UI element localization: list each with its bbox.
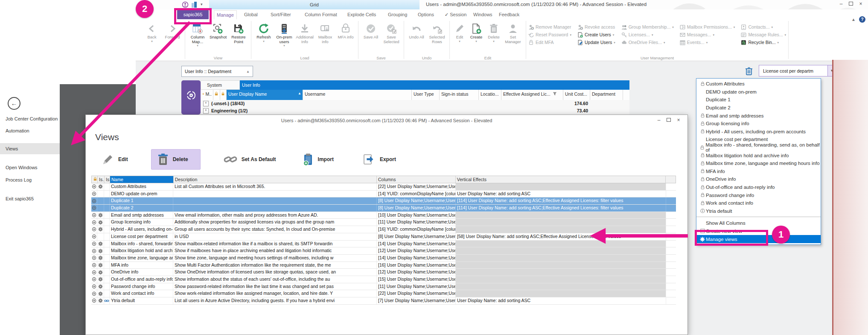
view-list-item[interactable]: Email and smtp addresses bbox=[696, 112, 821, 120]
view-row[interactable]: Email and smtp addresses View email info… bbox=[91, 212, 676, 219]
sidebar-item-job-center-configuration[interactable]: Job Center Configuration bbox=[0, 113, 60, 124]
create-users-button[interactable]: Create Users ▾ bbox=[577, 31, 615, 38]
onedrive-files-button[interactable]: OneDrive Files... ▾ bbox=[621, 38, 674, 46]
grid-menu-icon[interactable] bbox=[181, 80, 201, 115]
collapse-groups-icon[interactable]: ▲ bbox=[246, 70, 253, 73]
grid-band-user-info[interactable]: User Info bbox=[240, 80, 629, 90]
view-list-item[interactable]: MFA info bbox=[696, 168, 821, 176]
grid-column-location[interactable]: Locatio... bbox=[479, 90, 501, 100]
tab-sapio365[interactable]: sapio365 bbox=[177, 10, 209, 19]
delete-view-icon[interactable] bbox=[745, 66, 753, 76]
view-row[interactable]: Duplicate 2 [8] User Display Name;Userna… bbox=[91, 205, 676, 212]
radio-icon[interactable] bbox=[92, 277, 96, 282]
view-list-item[interactable]: Hybrid - All users, including on-prem ac… bbox=[696, 128, 821, 136]
radio-icon[interactable] bbox=[92, 284, 96, 289]
description-column-header[interactable]: Description bbox=[174, 176, 377, 183]
view-row[interactable]: Hybrid - All users, including on-prem ac… bbox=[91, 226, 676, 233]
tab-explode-cells[interactable]: Explode Cells bbox=[345, 10, 379, 19]
show-all-columns-item[interactable]: Show All Columns bbox=[696, 219, 821, 227]
recycle-bin-button[interactable]: Recycle Bin... ▾ bbox=[741, 38, 786, 46]
mailbox-permissions-button[interactable]: Mailbox Permissions... ▾ bbox=[680, 23, 735, 31]
message-rules-button[interactable]: Message Rules... ▾ bbox=[741, 31, 786, 38]
mailbox-info-button[interactable]: Mailbox info bbox=[315, 21, 335, 44]
restore-point-button[interactable]: Restore Point bbox=[228, 21, 249, 44]
messages-button[interactable]: Messages... ▾ bbox=[680, 31, 735, 38]
radio-icon[interactable] bbox=[92, 191, 96, 196]
tab-feedback[interactable]: Feedback bbox=[496, 10, 522, 19]
edit-view-button[interactable]: Edit bbox=[95, 150, 134, 169]
view-list-item[interactable]: Work and contact info bbox=[696, 199, 821, 207]
additional-info-button[interactable]: Additional Info bbox=[294, 21, 315, 44]
sidebar-item-open-windows[interactable]: Open Windows bbox=[0, 162, 60, 173]
grid-column-user-type[interactable]: User Type bbox=[412, 90, 440, 100]
refresh-button[interactable]: Refresh▾ bbox=[253, 21, 274, 43]
tab-session[interactable]: ✓ Session bbox=[442, 10, 469, 19]
close-button[interactable]: × bbox=[858, 1, 864, 7]
delete-view-button[interactable]: Delete bbox=[151, 149, 201, 170]
radio-icon[interactable] bbox=[92, 184, 96, 189]
set-as-default-button[interactable]: Set As Default bbox=[218, 150, 282, 168]
is2-column-header[interactable]: Is... bbox=[105, 176, 110, 183]
undo-selected-rows-button[interactable]: Selected Rows bbox=[427, 21, 447, 44]
tab-options[interactable]: Options bbox=[415, 10, 437, 19]
columns-column-header[interactable]: Columns bbox=[377, 176, 456, 183]
save-selected-button[interactable]: Save Selected bbox=[381, 21, 402, 44]
view-selector[interactable]: License cost per departm ▼ bbox=[759, 65, 836, 76]
view-row[interactable]: OneDrive info Show OneDrive information … bbox=[91, 269, 676, 276]
sapio365-logo-icon[interactable] bbox=[182, 1, 189, 8]
delete-button[interactable]: Delete▾ bbox=[485, 21, 502, 43]
radio-icon[interactable] bbox=[92, 227, 96, 232]
view-row[interactable]: Mailbox time zone, language and meeti Sh… bbox=[91, 255, 676, 262]
sidebar-item-process-log[interactable]: Process Log bbox=[0, 174, 60, 185]
tab-grouping[interactable]: Grouping bbox=[385, 10, 410, 19]
view-list-item[interactable]: Custom Attributes bbox=[696, 80, 821, 88]
view-list-item[interactable]: Duplicate 2 bbox=[696, 104, 821, 112]
view-list-item[interactable]: DEMO update on-prem bbox=[696, 88, 821, 96]
forward-button[interactable]: Forward▾ bbox=[162, 21, 183, 43]
edit-button[interactable]: Edit▾ bbox=[452, 21, 467, 43]
undo-all-button[interactable]: Undo All bbox=[406, 21, 427, 40]
radio-icon[interactable] bbox=[92, 291, 96, 296]
import-views-button[interactable]: Import bbox=[297, 150, 340, 169]
save-all-button[interactable]: Save All bbox=[361, 21, 381, 40]
grid-column-user-display-name[interactable]: User Display Name▲ bbox=[227, 90, 303, 100]
collapse-ribbon-icon[interactable]: ▲ bbox=[851, 17, 856, 22]
view-list-item[interactable]: Duplicate 1 bbox=[696, 96, 821, 104]
view-row[interactable]: Out-of-office and auto-reply info Show i… bbox=[91, 276, 676, 283]
radio-icon[interactable] bbox=[92, 220, 96, 225]
back-icon[interactable]: ← bbox=[8, 97, 20, 110]
grid-column-department[interactable]: Department bbox=[590, 90, 623, 100]
update-users-button[interactable]: Update Users ▾ bbox=[577, 38, 615, 46]
sidebar-item-automation[interactable]: Automation bbox=[0, 125, 60, 136]
create-button[interactable]: Create▾ bbox=[467, 21, 485, 43]
tab-column-format[interactable]: Column Format bbox=[302, 10, 340, 19]
grid-band-system[interactable]: System bbox=[201, 80, 240, 90]
view-list-item[interactable]: Group licensing info bbox=[696, 120, 821, 128]
radio-icon[interactable] bbox=[92, 199, 96, 203]
remove-manager-button[interactable]: Remove Manager bbox=[528, 23, 571, 31]
events-button[interactable]: Events... ▾ bbox=[680, 38, 735, 46]
radio-icon[interactable] bbox=[92, 256, 96, 260]
name-column-header[interactable]: Name bbox=[110, 176, 174, 183]
view-list-item[interactable]: Mailbox info - shared, forwarding, send … bbox=[696, 144, 821, 152]
edit-mfa-button[interactable]: Edit MFA bbox=[528, 38, 571, 46]
grid-column-username[interactable]: Username bbox=[303, 90, 412, 100]
lock-column-header[interactable] bbox=[92, 176, 98, 183]
tab-global[interactable]: Global bbox=[242, 10, 260, 19]
mfa-info-button[interactable]: MFA info bbox=[335, 21, 356, 40]
expand-icon[interactable]: + bbox=[203, 101, 209, 106]
radio-icon[interactable] bbox=[92, 206, 96, 210]
view-list-item[interactable]: Ytria default bbox=[696, 207, 821, 215]
view-list-item[interactable]: OneDrive info bbox=[696, 175, 821, 183]
dialog-close-button[interactable]: × bbox=[676, 118, 682, 123]
radio-icon[interactable] bbox=[92, 213, 96, 217]
tab-windows[interactable]: Windows bbox=[471, 10, 495, 19]
radio-icon[interactable] bbox=[92, 298, 96, 303]
grid-column-unit-cost[interactable]: Unit Cost... bbox=[563, 90, 590, 100]
export-views-button[interactable]: Export bbox=[357, 150, 402, 169]
radio-icon[interactable] bbox=[92, 270, 96, 275]
view-row[interactable]: DEMO update on-prem [14] YUID: commonDis… bbox=[91, 191, 676, 198]
grid-column-effective-assigned-licenses[interactable]: Effective Assigned Lic... bbox=[501, 90, 563, 100]
view-list-item[interactable]: Mailbox time zone, language and meeting … bbox=[696, 159, 821, 168]
is-column-header[interactable]: Is... bbox=[98, 176, 105, 183]
